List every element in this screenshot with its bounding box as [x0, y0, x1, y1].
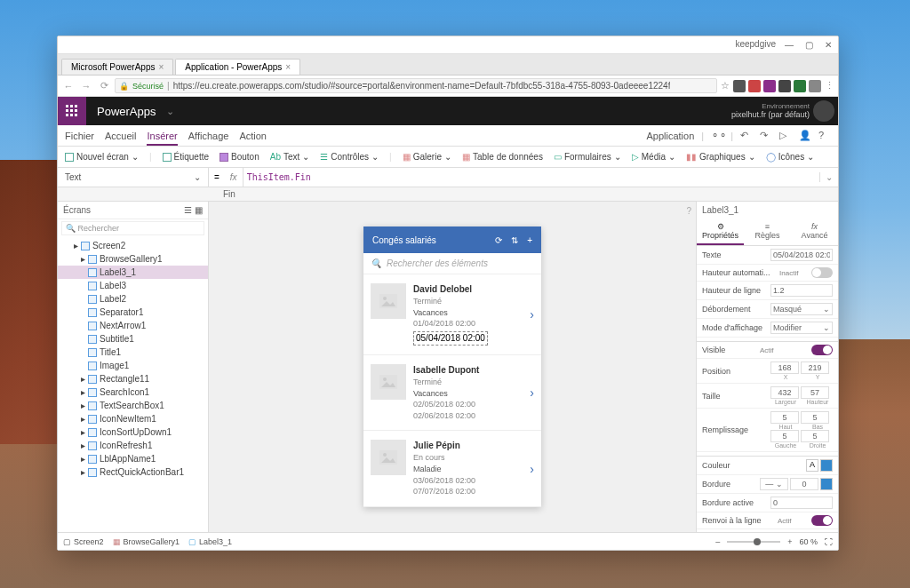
property-select[interactable]: Modifier⌄: [770, 322, 833, 334]
charts-dropdown[interactable]: ▮▮Graphiques ⌄: [686, 152, 755, 162]
toggle[interactable]: [811, 267, 833, 278]
browser-tab[interactable]: Microsoft PowerApps×: [61, 59, 173, 75]
extension-icon[interactable]: [778, 80, 791, 92]
list-item[interactable]: David DelobelTerminéVacances01/04/2018 0…: [363, 274, 541, 355]
tree-node[interactable]: ▸ IconSortUpDown1: [58, 425, 208, 439]
star-icon[interactable]: ☆: [721, 80, 730, 91]
controls-dropdown[interactable]: ☰Contrôles ⌄: [320, 152, 379, 162]
close-icon[interactable]: ×: [285, 62, 291, 72]
color-swatch[interactable]: [820, 459, 833, 472]
forms-dropdown[interactable]: ▭Formulaires ⌄: [554, 152, 621, 162]
sort-icon[interactable]: ⇅: [511, 235, 518, 245]
ribbon-action[interactable]: Action: [239, 131, 267, 141]
toggle[interactable]: [811, 345, 833, 355]
chevron-right-icon[interactable]: ›: [530, 462, 534, 476]
maximize-button[interactable]: ▢: [802, 39, 815, 52]
tree-node[interactable]: ▸ SearchIcon1: [58, 385, 208, 399]
forward-button[interactable]: →: [79, 79, 93, 93]
minimize-button[interactable]: —: [783, 39, 795, 52]
tree-node[interactable]: Separator1: [58, 306, 208, 319]
app-launcher-icon[interactable]: [58, 97, 86, 125]
profile-icon[interactable]: 👤: [799, 130, 811, 142]
tree-node[interactable]: ▸ IconRefresh1: [58, 439, 208, 452]
tree-node[interactable]: ▸ TextSearchBox1: [58, 399, 208, 412]
new-screen-button[interactable]: Nouvel écran ⌄: [65, 152, 139, 162]
tree-node[interactable]: Subtitle1: [58, 332, 208, 346]
button-button[interactable]: Bouton: [220, 152, 259, 162]
toggle[interactable]: [811, 515, 833, 526]
browser-tab[interactable]: Application - PowerApps×: [175, 59, 300, 75]
breadcrumb[interactable]: ▢ Screen2: [63, 537, 104, 546]
help-icon[interactable]: ?: [686, 206, 691, 216]
tree-search-input[interactable]: 🔍 Rechercher: [61, 221, 204, 235]
text-dropdown[interactable]: AbText ⌄: [270, 152, 310, 162]
tree-node[interactable]: NextArrow1: [58, 319, 208, 332]
datatable-button[interactable]: ▦Table de données: [462, 152, 543, 162]
chevron-right-icon[interactable]: ›: [530, 307, 534, 322]
breadcrumb[interactable]: ▢ Label3_1: [188, 537, 232, 546]
extension-icon[interactable]: [763, 80, 776, 92]
extension-icon[interactable]: [748, 80, 761, 92]
url-input[interactable]: 🔒 Sécurisé | https://eu.create.powerapps…: [115, 78, 717, 93]
reload-button[interactable]: ⟳: [97, 79, 111, 93]
grid-icon[interactable]: ▦: [195, 205, 203, 215]
design-canvas[interactable]: ? Congés salariés ⟳ ⇅ + 🔍 Rechercher des…: [209, 202, 696, 532]
zoom-out-button[interactable]: –: [715, 537, 720, 546]
tab-rules[interactable]: ≡Règles: [744, 219, 791, 245]
tree-node[interactable]: ▸ BrowseGallery1: [58, 252, 208, 266]
tree-node[interactable]: Title1: [58, 346, 208, 359]
property-selector[interactable]: Text⌄: [58, 168, 209, 187]
fit-button[interactable]: ⛶: [825, 537, 833, 546]
media-dropdown[interactable]: ▷Média ⌄: [632, 152, 675, 162]
redo-icon[interactable]: ↷: [760, 130, 772, 142]
play-icon[interactable]: ▷: [779, 130, 792, 142]
menu-icon[interactable]: ⋮: [825, 80, 834, 91]
icons-dropdown[interactable]: ◯Icônes ⌄: [766, 152, 814, 162]
help-icon[interactable]: ?: [818, 130, 831, 142]
property-input[interactable]: [770, 386, 799, 399]
add-icon[interactable]: +: [527, 235, 532, 245]
extension-icon[interactable]: [733, 80, 746, 92]
ribbon-file[interactable]: Fichier: [65, 131, 94, 141]
ribbon-insert[interactable]: Insérer: [147, 131, 177, 146]
list-item[interactable]: Julie PépinEn coursMaladie03/06/2018 02:…: [363, 431, 541, 506]
formula-input[interactable]: ThisItem.Fin: [243, 172, 820, 182]
property-input[interactable]: [770, 362, 799, 374]
breadcrumb[interactable]: ▦ BrowseGallery1: [113, 537, 180, 546]
property-input[interactable]: [770, 249, 833, 261]
property-input[interactable]: [801, 362, 829, 374]
property-select[interactable]: Masqué⌄: [770, 303, 833, 315]
avatar[interactable]: [813, 100, 834, 122]
property-input[interactable]: [770, 497, 833, 509]
zoom-slider[interactable]: [727, 541, 780, 543]
extension-icon[interactable]: [809, 80, 821, 92]
list-item[interactable]: Isabelle DupontTerminéVacances02/05/2018…: [363, 355, 541, 431]
tree-node[interactable]: Label3: [58, 279, 208, 292]
share-icon[interactable]: ⚬⚬: [711, 130, 723, 142]
list-icon[interactable]: ☰: [184, 205, 192, 215]
back-button[interactable]: ←: [61, 79, 76, 93]
extension-icon[interactable]: [794, 80, 806, 92]
property-input[interactable]: [770, 284, 833, 297]
close-button[interactable]: ✕: [822, 39, 834, 52]
gallery-dropdown[interactable]: ▦Galerie ⌄: [403, 152, 451, 162]
tree-node[interactable]: ▸ Screen2: [58, 239, 208, 252]
chevron-right-icon[interactable]: ›: [530, 385, 534, 400]
zoom-in-button[interactable]: +: [787, 537, 792, 546]
ribbon-home[interactable]: Accueil: [105, 131, 136, 141]
tab-properties[interactable]: ⚙Propriétés: [697, 219, 744, 245]
color-swatch[interactable]: [820, 478, 833, 490]
fx-icon[interactable]: fx: [225, 168, 243, 187]
tree-node[interactable]: Label2: [58, 292, 208, 306]
selected-label[interactable]: 05/04/2018 02:00: [413, 331, 488, 346]
ribbon-view[interactable]: Affichage: [188, 131, 229, 141]
property-input[interactable]: [801, 386, 829, 399]
tree-node[interactable]: Image1: [58, 359, 208, 372]
undo-icon[interactable]: ↶: [740, 130, 753, 142]
tree-node[interactable]: ▸ LblAppName1: [58, 452, 208, 465]
label-button[interactable]: Étiquette: [163, 152, 209, 162]
ribbon-application[interactable]: Application: [646, 131, 694, 141]
refresh-icon[interactable]: ⟳: [495, 235, 502, 245]
tab-advanced[interactable]: fxAvancé: [791, 219, 838, 245]
close-icon[interactable]: ×: [158, 62, 164, 72]
